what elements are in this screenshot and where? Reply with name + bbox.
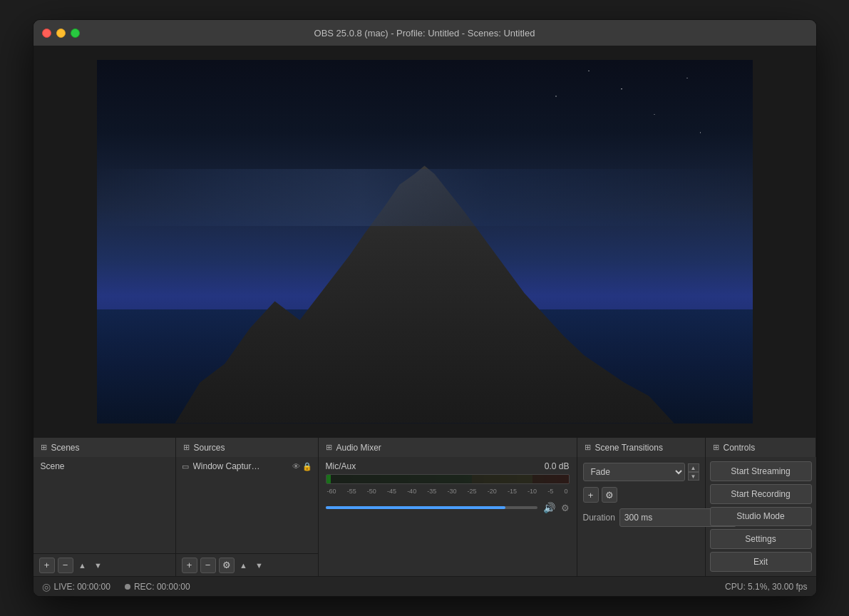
sources-toolbar: + − ⚙ ▲ ▼ [176, 553, 318, 576]
audio-controls: 🔊 ⚙ [326, 502, 570, 513]
mute-button[interactable]: 🔊 [543, 502, 555, 513]
sources-down-button[interactable]: ▼ [253, 558, 266, 573]
sources-settings-button[interactable]: ⚙ [219, 558, 235, 573]
status-bar: ◎ LIVE: 00:00:00 REC: 00:00:00 CPU: 5.1%… [34, 576, 816, 596]
transition-spinner-up[interactable]: ▲ [688, 463, 699, 472]
audio-header-label: Audio Mixer [336, 443, 381, 453]
close-button[interactable] [42, 29, 51, 38]
cpu-label: CPU: 5.1%, 30.00 fps [725, 582, 807, 592]
transitions-header-label: Scene Transitions [595, 443, 663, 453]
transition-add-row: + ⚙ [583, 487, 699, 503]
source-name-label: Window Captur… [193, 461, 288, 471]
meter-mask [331, 475, 568, 483]
transitions-panel-header[interactable]: ⊞ Scene Transitions [577, 438, 706, 457]
meter-label-35: -35 [427, 488, 436, 495]
transition-add-button[interactable]: + [583, 487, 599, 503]
live-status: ◎ LIVE: 00:00:00 [42, 581, 110, 592]
transition-spinner: ▲ ▼ [688, 463, 699, 481]
sources-up-button[interactable]: ▲ [237, 558, 250, 573]
scenes-down-button[interactable]: ▼ [92, 558, 105, 573]
start-streaming-button[interactable]: Start Streaming [710, 461, 812, 481]
scenes-list: Scene [34, 457, 175, 553]
controls-header-label: Controls [724, 443, 756, 453]
audio-gear-button[interactable]: ⚙ [561, 503, 570, 513]
sources-header-icon: ⊞ [183, 443, 190, 452]
audio-meter [326, 474, 570, 484]
rec-status: REC: 00:00:00 [125, 582, 190, 592]
scenes-remove-button[interactable]: − [58, 558, 73, 573]
mist-layer [97, 169, 753, 226]
meter-label-0: 0 [564, 488, 567, 495]
meter-label-50: -50 [367, 488, 376, 495]
meter-label-45: -45 [387, 488, 396, 495]
source-lock-button[interactable]: 🔒 [302, 462, 312, 471]
scenes-panel-header[interactable]: ⊞ Scenes [34, 438, 176, 457]
transition-select[interactable]: Fade [583, 463, 685, 481]
audio-channel-db: 0.0 dB [545, 461, 570, 471]
controls-header-icon: ⊞ [713, 443, 719, 452]
title-bar: OBS 25.0.8 (mac) - Profile: Untitled - S… [34, 20, 816, 46]
transition-select-row: Fade ▲ ▼ [583, 463, 699, 481]
app-window: OBS 25.0.8 (mac) - Profile: Untitled - S… [33, 19, 817, 597]
meter-label-10: -10 [528, 488, 537, 495]
scenes-panel: Scene + − ▲ ▼ [34, 457, 176, 576]
panel-headers: ⊞ Scenes ⊞ Sources ⊞ Audio Mixer ⊞ Scene… [34, 437, 816, 457]
source-actions: 👁 🔒 [292, 462, 312, 471]
scenes-up-button[interactable]: ▲ [76, 558, 89, 573]
sources-add-button[interactable]: + [182, 558, 197, 573]
sources-list: ▭ Window Captur… 👁 🔒 [176, 457, 318, 553]
traffic-lights [42, 29, 80, 38]
scenes-toolbar: + − ▲ ▼ [34, 553, 175, 576]
audio-channel-name: Mic/Aux [326, 461, 356, 471]
scene-transitions-panel: Fade ▲ ▼ + ⚙ Duration ▲ ▼ [577, 457, 706, 576]
rec-label: REC: 00:00:00 [134, 582, 190, 592]
meter-label-5: -5 [547, 488, 553, 495]
meter-label-30: -30 [447, 488, 456, 495]
source-item[interactable]: ▭ Window Captur… 👁 🔒 [176, 458, 318, 474]
start-recording-button[interactable]: Start Recording [710, 484, 812, 504]
controls-panel-header[interactable]: ⊞ Controls [706, 438, 816, 457]
scenes-header-icon: ⊞ [41, 443, 47, 452]
meter-label-40: -40 [407, 488, 416, 495]
duration-row: Duration ▲ ▼ [583, 508, 699, 527]
audio-mixer-panel: Mic/Aux 0.0 dB [319, 457, 577, 576]
cpu-status: CPU: 5.1%, 30.00 fps [725, 582, 807, 592]
rec-dot [125, 584, 130, 590]
source-visibility-button[interactable]: 👁 [292, 462, 300, 471]
volume-slider-fill [326, 506, 505, 509]
live-icon: ◎ [42, 581, 51, 592]
scene-item[interactable]: Scene [34, 458, 175, 474]
panels-content: Scene + − ▲ ▼ ▭ Window Captur… [34, 457, 816, 576]
meter-label-60: -60 [327, 488, 336, 495]
meter-label-20: -20 [488, 488, 497, 495]
sources-remove-button[interactable]: − [200, 558, 216, 573]
sources-header-label: Sources [194, 443, 225, 453]
sources-panel: ▭ Window Captur… 👁 🔒 + − ⚙ ▲ ▼ [176, 457, 319, 576]
controls-panel: Start Streaming Start Recording Studio M… [706, 457, 816, 576]
sources-panel-header[interactable]: ⊞ Sources [176, 438, 319, 457]
live-label: LIVE: 00:00:00 [54, 582, 110, 592]
meter-label-55: -55 [347, 488, 356, 495]
settings-button[interactable]: Settings [710, 529, 812, 549]
source-type-icon: ▭ [182, 462, 189, 471]
audio-channel-mic: Mic/Aux 0.0 dB [326, 461, 570, 513]
meter-labels: -60 -55 -50 -45 -40 -35 -30 -25 -20 -15 … [326, 488, 570, 495]
preview-area [34, 46, 816, 437]
volume-slider[interactable] [326, 506, 537, 509]
window-title: OBS 25.0.8 (mac) - Profile: Untitled - S… [314, 28, 535, 38]
meter-label-25: -25 [468, 488, 477, 495]
preview-canvas [97, 60, 753, 423]
scenes-add-button[interactable]: + [39, 558, 55, 573]
transition-settings-button[interactable]: ⚙ [602, 487, 617, 503]
studio-mode-button[interactable]: Studio Mode [710, 507, 812, 527]
transition-spinner-down[interactable]: ▼ [688, 472, 699, 481]
audio-panel-header[interactable]: ⊞ Audio Mixer [319, 438, 577, 457]
exit-button[interactable]: Exit [710, 552, 812, 572]
minimize-button[interactable] [56, 29, 66, 38]
audio-channel-header: Mic/Aux 0.0 dB [326, 461, 570, 471]
audio-header-icon: ⊞ [326, 443, 332, 452]
maximize-button[interactable] [71, 29, 80, 38]
transitions-header-icon: ⊞ [585, 443, 591, 452]
bottom-panel: ⊞ Scenes ⊞ Sources ⊞ Audio Mixer ⊞ Scene… [34, 437, 816, 576]
duration-label: Duration [583, 513, 615, 523]
